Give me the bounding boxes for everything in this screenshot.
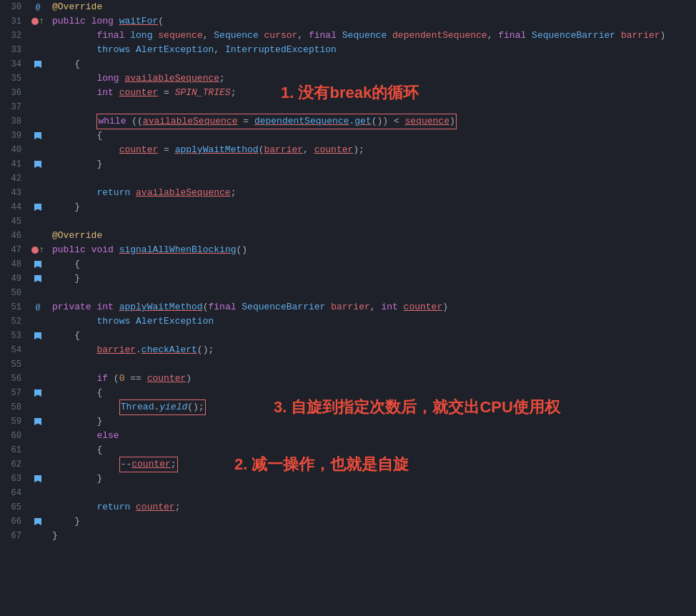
code-line-30: @Override bbox=[52, 0, 696, 14]
gutter-43 bbox=[27, 186, 49, 200]
gutter-47: ↑ bbox=[27, 243, 49, 257]
gutter-58 bbox=[27, 400, 49, 414]
annotation-label-3: 3. 自旋到指定次数后，就交出CPU使用权 bbox=[274, 400, 560, 414]
gutter-34 bbox=[27, 57, 49, 71]
code-line-34: { bbox=[52, 57, 696, 71]
gutter-56 bbox=[27, 372, 49, 386]
code-line-52: throws AlertException bbox=[52, 314, 696, 329]
gutter-61 bbox=[27, 443, 49, 457]
gutter-50 bbox=[27, 286, 49, 300]
gutter-37 bbox=[27, 100, 49, 114]
gutter-55 bbox=[27, 357, 49, 372]
gutter-40 bbox=[27, 143, 49, 157]
code-line-37 bbox=[52, 100, 696, 114]
gutter-67 bbox=[27, 529, 49, 543]
gutter-42 bbox=[27, 172, 49, 186]
gutter-31: ↑ bbox=[27, 14, 49, 29]
gutter-46 bbox=[27, 229, 49, 243]
gutter-41 bbox=[27, 157, 49, 172]
code-line-61: { bbox=[52, 443, 696, 457]
gutter-45 bbox=[27, 214, 49, 229]
code-area: @Override public long waitFor( final lon… bbox=[49, 0, 696, 616]
counter-decrement-box: --counter; bbox=[119, 457, 178, 472]
gutter-51: @ bbox=[27, 300, 49, 314]
gutter-66 bbox=[27, 515, 49, 529]
gutter-48 bbox=[27, 257, 49, 272]
code-line-59: } bbox=[52, 414, 696, 429]
annotation-label-1: 1. 没有break的循环 bbox=[281, 86, 419, 100]
code-line-60: else bbox=[52, 429, 696, 443]
thread-yield-box: Thread.yield(); bbox=[119, 399, 206, 415]
gutter-52 bbox=[27, 314, 49, 329]
gutter-38 bbox=[27, 114, 49, 129]
line-numbers: 30 31 32 33 34 35 36 37 38 39 40 41 42 4… bbox=[0, 0, 27, 616]
gutter-63 bbox=[27, 472, 49, 486]
code-line-57: { bbox=[52, 386, 696, 400]
gutter-65 bbox=[27, 500, 49, 515]
gutter-54 bbox=[27, 343, 49, 357]
code-line-66: } bbox=[52, 515, 696, 529]
code-line-49: } bbox=[52, 272, 696, 286]
gutter-44 bbox=[27, 200, 49, 214]
code-container: 30 31 32 33 34 35 36 37 38 39 40 41 42 4… bbox=[0, 0, 696, 616]
gutter: @ ↑ ↑ bbox=[27, 0, 49, 616]
gutter-33 bbox=[27, 43, 49, 57]
while-box: while ((availableSequence = dependentSeq… bbox=[96, 114, 456, 129]
code-line-58: Thread.yield(); 3. 自旋到指定次数后，就交出CPU使用权 bbox=[52, 400, 696, 414]
code-line-51: private int applyWaitMethod(final Sequen… bbox=[52, 300, 696, 314]
code-line-40: counter = applyWaitMethod(barrier, count… bbox=[52, 143, 696, 157]
code-line-38: while ((availableSequence = dependentSeq… bbox=[52, 114, 696, 129]
annotation-label-2: 2. 减一操作，也就是自旋 bbox=[234, 457, 409, 472]
code-line-36: int counter = SPIN_TRIES; 1. 没有break的循环 bbox=[52, 86, 696, 100]
gutter-57 bbox=[27, 386, 49, 400]
gutter-64 bbox=[27, 486, 49, 500]
code-line-62: --counter; 2. 减一操作，也就是自旋 bbox=[52, 457, 696, 472]
gutter-35 bbox=[27, 71, 49, 86]
code-line-64 bbox=[52, 486, 696, 500]
code-line-31: public long waitFor( bbox=[52, 14, 696, 29]
code-line-50 bbox=[52, 286, 696, 300]
code-line-47: public void signalAllWhenBlocking() bbox=[52, 243, 696, 257]
code-line-45 bbox=[52, 214, 696, 229]
code-line-65: return counter; bbox=[52, 500, 696, 515]
gutter-60 bbox=[27, 429, 49, 443]
code-line-39: { bbox=[52, 129, 696, 143]
gutter-32 bbox=[27, 29, 49, 43]
gutter-39 bbox=[27, 129, 49, 143]
code-line-53: { bbox=[52, 329, 696, 343]
code-line-48: { bbox=[52, 257, 696, 272]
gutter-59 bbox=[27, 414, 49, 429]
gutter-62 bbox=[27, 457, 49, 472]
code-line-33: throws AlertException, InterruptedExcept… bbox=[52, 43, 696, 57]
code-line-35: long availableSequence; bbox=[52, 71, 696, 86]
code-line-55 bbox=[52, 357, 696, 372]
code-line-43: return availableSequence; bbox=[52, 186, 696, 200]
code-line-56: if (0 == counter) bbox=[52, 372, 696, 386]
code-line-32: final long sequence, Sequence cursor, fi… bbox=[52, 29, 696, 43]
code-line-54: barrier.checkAlert(); bbox=[52, 343, 696, 357]
gutter-30: @ bbox=[27, 0, 49, 14]
code-line-67: } bbox=[52, 529, 696, 543]
gutter-49 bbox=[27, 272, 49, 286]
code-line-63: } bbox=[52, 472, 696, 486]
code-line-44: } bbox=[52, 200, 696, 214]
gutter-53 bbox=[27, 329, 49, 343]
gutter-36 bbox=[27, 86, 49, 100]
code-line-42 bbox=[52, 172, 696, 186]
code-line-46: @Override bbox=[52, 229, 696, 243]
code-line-41: } bbox=[52, 157, 696, 172]
